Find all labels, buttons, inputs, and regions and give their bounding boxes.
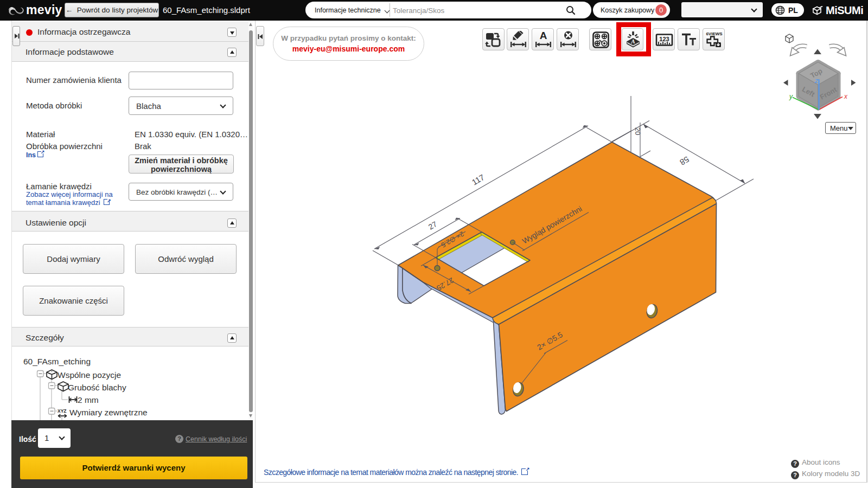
svg-text:x: x [844, 93, 848, 100]
svg-text:XYZ: XYZ [58, 408, 67, 414]
svg-text:z: z [814, 77, 818, 85]
svg-text:58: 58 [678, 155, 691, 167]
svg-text:117: 117 [470, 172, 486, 187]
svg-text:y: y [789, 93, 793, 100]
svg-text:27: 27 [427, 220, 439, 232]
svg-text:20: 20 [634, 127, 642, 135]
